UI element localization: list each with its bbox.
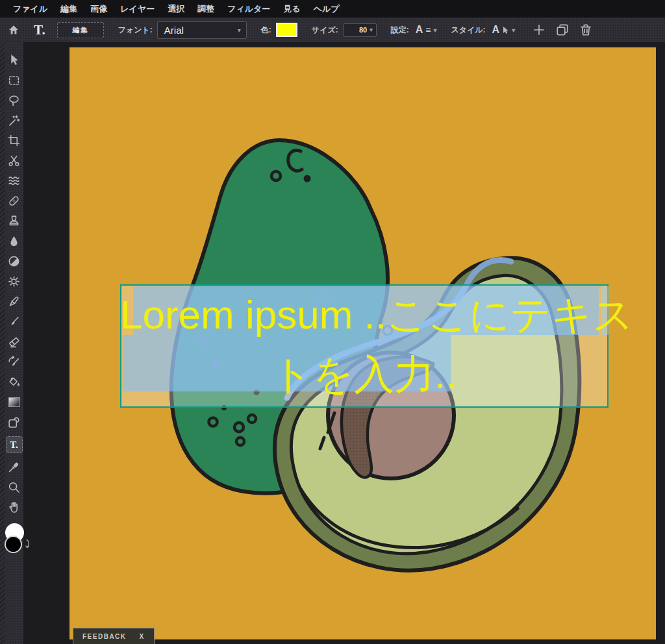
- paint-bucket-icon: [7, 375, 21, 389]
- add-text-button[interactable]: [532, 23, 546, 37]
- style-label: スタイル:: [451, 25, 485, 36]
- text-settings-dropdown[interactable]: A ≡ ▾: [416, 25, 437, 35]
- blur-tool[interactable]: [7, 234, 21, 248]
- duplicate-button[interactable]: [555, 23, 570, 37]
- waves-icon: [7, 174, 21, 188]
- delete-button[interactable]: [579, 23, 593, 37]
- eraser-tool[interactable]: [7, 335, 21, 349]
- feedback-button[interactable]: FEEDBACK X: [73, 628, 155, 644]
- crop-tool[interactable]: [7, 134, 21, 147]
- brush-icon: [7, 315, 21, 328]
- gradient-tool[interactable]: [7, 395, 21, 409]
- magic-wand-tool[interactable]: [7, 114, 21, 127]
- history-brush-icon: [7, 355, 21, 369]
- cutout-tool[interactable]: [7, 154, 21, 167]
- lasso-select-tool[interactable]: [7, 93, 21, 107]
- menu-bar: ファイル 編集 画像 レイヤー 選択 調整 フィルター 見る ヘルプ: [0, 0, 665, 18]
- background-color-swatch[interactable]: [5, 536, 22, 553]
- font-select[interactable]: Arial ▾: [157, 21, 247, 39]
- feedback-label: FEEDBACK: [82, 633, 127, 640]
- move-tool[interactable]: [7, 53, 21, 67]
- workspace: Lorem ipsum ..ここにテキス トを入力..: [23, 42, 665, 644]
- shape-tool[interactable]: [7, 415, 21, 429]
- picker-tool[interactable]: [7, 460, 21, 474]
- marquee-icon: [7, 73, 21, 87]
- color-label: 色:: [261, 25, 271, 36]
- tool-sidebar: T.: [0, 42, 23, 644]
- water-drop-icon: [7, 234, 21, 248]
- magnifier-icon: [7, 480, 21, 494]
- sun-icon: [7, 275, 21, 288]
- menu-item-help[interactable]: ヘルプ: [314, 3, 340, 15]
- size-label: サイズ:: [312, 25, 338, 36]
- cursor-icon: [502, 26, 509, 34]
- zoom-tool[interactable]: [7, 480, 21, 494]
- canvas[interactable]: Lorem ipsum ..ここにテキス トを入力..: [69, 47, 656, 639]
- scissors-icon: [7, 154, 21, 167]
- text-color-swatch[interactable]: [276, 23, 297, 37]
- text-style-dropdown[interactable]: A ▾: [492, 25, 516, 35]
- move-cursor-icon: [7, 53, 21, 67]
- temper-tool[interactable]: [7, 355, 21, 369]
- marquee-select-tool[interactable]: [7, 73, 21, 87]
- font-value: Arial: [164, 25, 184, 36]
- chevron-down-icon: ▾: [370, 27, 373, 33]
- lasso-icon: [7, 93, 21, 107]
- photo-editor-app: { "menubar": { "items": ["ファイル", "編集", "…: [0, 0, 665, 644]
- text-style-icon: A: [492, 25, 500, 35]
- crop-icon: [7, 134, 21, 147]
- menu-item-image[interactable]: 画像: [90, 3, 107, 15]
- chevron-down-icon: ▾: [433, 27, 436, 34]
- draw-tool[interactable]: [7, 315, 21, 328]
- eraser-icon: [7, 335, 21, 349]
- tone-tool[interactable]: [7, 254, 21, 268]
- color-swatches[interactable]: [5, 523, 23, 561]
- align-lines-icon: ≡: [425, 25, 431, 34]
- hand-icon: [7, 501, 21, 514]
- menu-item-adjust[interactable]: 調整: [197, 3, 214, 15]
- liquify-tool[interactable]: [7, 174, 21, 188]
- heal-tool[interactable]: [7, 194, 21, 208]
- size-value: 80: [359, 26, 367, 34]
- settings-label: 設定:: [391, 25, 409, 36]
- contrast-circle-icon: [7, 254, 21, 268]
- bandage-icon: [7, 194, 21, 208]
- text-tool-icon: T.: [10, 440, 18, 451]
- active-tool-indicator: T.: [34, 23, 45, 37]
- font-label: フォント:: [118, 25, 153, 36]
- size-select[interactable]: 80 ▾: [343, 23, 377, 37]
- menu-item-filter[interactable]: フィルター: [227, 3, 270, 15]
- hand-tool[interactable]: [7, 501, 21, 514]
- gradient-icon: [8, 397, 20, 407]
- text-layer-line2: トを入力..: [120, 345, 609, 404]
- text-layer[interactable]: Lorem ipsum ..ここにテキス トを入力..: [120, 285, 609, 404]
- menu-item-view[interactable]: 見る: [283, 3, 300, 15]
- chevron-down-icon: ▾: [512, 27, 515, 34]
- pen-tool[interactable]: [7, 295, 21, 308]
- adjust-tool[interactable]: [7, 275, 21, 288]
- menu-item-edit[interactable]: 編集: [60, 3, 77, 15]
- shape-icon: [7, 415, 21, 429]
- text-tool[interactable]: T.: [6, 436, 23, 453]
- options-toolbar: T. 編集 フォント: Arial ▾ 色: サイズ: 80 ▾ 設定: A ≡…: [0, 18, 665, 42]
- text-settings-icon: A: [416, 25, 423, 35]
- menu-item-select[interactable]: 選択: [168, 3, 184, 15]
- home-icon[interactable]: [6, 23, 21, 36]
- menu-item-file[interactable]: ファイル: [13, 3, 47, 15]
- fill-tool[interactable]: [7, 375, 21, 389]
- pen-icon: [7, 295, 21, 308]
- clone-stamp-tool[interactable]: [7, 214, 21, 228]
- swap-colors-icon[interactable]: [25, 539, 32, 549]
- menu-item-layer[interactable]: レイヤー: [120, 3, 155, 15]
- stamp-icon: [7, 214, 21, 228]
- wand-icon: [7, 114, 21, 127]
- feedback-close-icon[interactable]: X: [140, 633, 145, 640]
- text-layer-line1: Lorem ipsum ..ここにテキス: [120, 285, 609, 345]
- edit-text-button[interactable]: 編集: [57, 22, 104, 38]
- chevron-down-icon: ▾: [238, 27, 241, 34]
- eyedropper-icon: [7, 460, 21, 474]
